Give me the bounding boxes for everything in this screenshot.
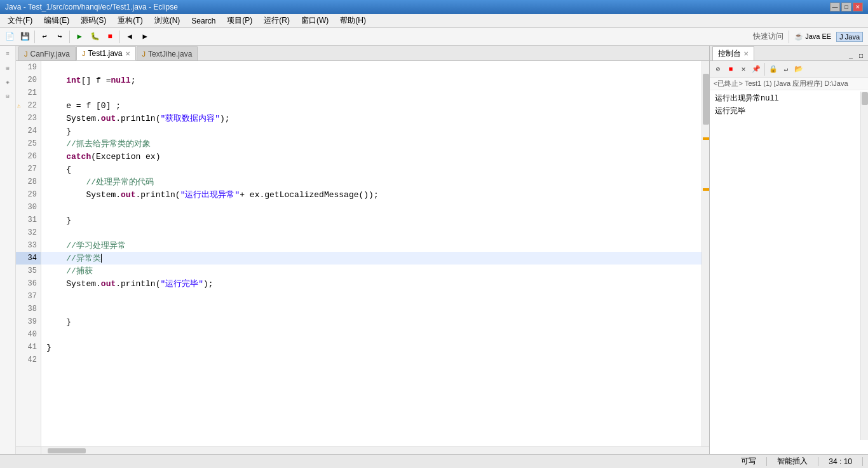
console-minimize[interactable]: _ (846, 52, 855, 60)
line-num-21: 21 (16, 86, 41, 99)
code-line-41: } (41, 341, 702, 354)
line-num-39: 39 (16, 315, 41, 328)
remove-console-button[interactable]: ✕ (738, 64, 749, 75)
code-content[interactable]: int [] f = null ; e = f [0] ; System.out… (41, 61, 702, 446)
clear-console-button[interactable]: ⊘ (712, 64, 724, 75)
minimize-button[interactable]: — (830, 3, 840, 11)
debug-button[interactable]: 🐛 (88, 30, 102, 44)
line-num-25: 25 (16, 137, 41, 150)
save-button[interactable]: 💾 (18, 30, 32, 44)
sidebar-icon-3[interactable]: ◈ (2, 76, 13, 88)
line-num-34: 34 (16, 252, 41, 265)
menu-window[interactable]: 窗口(W) (296, 14, 334, 27)
code-editor[interactable]: 19 20 21 ⚠ 22 23 24 25 26 27 28 29 30 31… (16, 61, 709, 446)
console-content[interactable]: 运行出现异常null 运行完毕 (710, 90, 868, 454)
new-button[interactable]: 📄 (3, 30, 17, 44)
tab-canfiy[interactable]: J CanFiy.java (18, 46, 76, 60)
con-sep-1 (764, 63, 765, 76)
perspective-java[interactable]: J Java (836, 32, 863, 42)
console-maximize[interactable]: □ (857, 52, 865, 60)
line-num-35: 35 (16, 265, 41, 277)
pin-console-button[interactable]: 📌 (750, 64, 762, 75)
menu-edit[interactable]: 编辑(E) (39, 14, 74, 27)
menu-navigate[interactable]: 浏览(N) (149, 14, 186, 27)
line-num-22: ⚠ 22 (16, 99, 41, 112)
status-sep-1 (766, 457, 767, 466)
status-sep-2 (818, 457, 818, 466)
perspective-javaee[interactable]: ☕ Java EE (794, 32, 831, 41)
undo-button[interactable]: ↩ (37, 30, 51, 44)
code-line-40 (41, 328, 702, 341)
menu-help[interactable]: 帮助(H) (335, 14, 371, 27)
prev-button[interactable]: ◀ (123, 30, 137, 44)
line-num-42: 42 (16, 354, 41, 366)
menu-run[interactable]: 运行(R) (259, 14, 295, 27)
stop-button[interactable]: ■ (103, 30, 117, 44)
line-num-41: 41 (16, 341, 41, 354)
code-line-26: catch(Exception ex) (41, 150, 702, 163)
code-line-38 (41, 303, 702, 315)
menu-bar: 文件(F) 编辑(E) 源码(S) 重构(T) 浏览(N) Search 项目(… (0, 14, 868, 28)
line-num-36: 36 (16, 277, 41, 290)
status-mode-text: 可写 (741, 456, 756, 467)
code-line-32 (41, 226, 702, 239)
sidebar-icon-1[interactable]: ≡ (2, 48, 13, 60)
code-line-27: { (41, 163, 702, 176)
console-scrollbar[interactable] (860, 92, 868, 440)
code-line-35: //捕获 (41, 265, 702, 277)
status-mode: 可写 (741, 456, 756, 467)
hscroll-thumb[interactable] (48, 448, 86, 453)
line-num-28: 28 (16, 176, 41, 188)
menu-file[interactable]: 文件(F) (3, 14, 37, 27)
redo-button[interactable]: ↪ (53, 30, 67, 44)
console-tab[interactable]: 控制台 ✕ (712, 46, 754, 60)
code-line-34: //异常类 (41, 252, 702, 265)
menu-project[interactable]: 项目(P) (222, 14, 257, 27)
horizontal-scrollbar[interactable] (16, 446, 709, 454)
toolbar-sep-1 (34, 31, 35, 43)
line-num-19: 19 (16, 61, 41, 74)
window-controls[interactable]: — □ ✕ (830, 3, 863, 11)
quick-access-label: 快速访问 (753, 31, 783, 42)
word-wrap-button[interactable]: ↵ (780, 64, 792, 75)
line-num-24: 24 (16, 125, 41, 137)
console-scroll-thumb[interactable] (862, 92, 868, 105)
scroll-marker-2 (703, 137, 709, 140)
line-num-37: 37 (16, 290, 41, 303)
toolbar-sep-3 (119, 31, 120, 43)
code-line-24: } (41, 125, 702, 137)
run-button[interactable]: ▶ (72, 30, 86, 44)
next-button[interactable]: ▶ (138, 30, 152, 44)
line-num-32: 32 (16, 226, 41, 239)
status-position-text: 34 : 10 (829, 457, 852, 466)
code-scrollbar[interactable] (702, 61, 709, 446)
hscroll-track[interactable] (41, 448, 709, 454)
scroll-thumb[interactable] (703, 74, 709, 125)
code-line-37 (41, 290, 702, 303)
scroll-lock-button[interactable]: 🔒 (768, 64, 779, 75)
code-line-36: System.out.println("运行完毕"); (41, 277, 702, 290)
code-line-21 (41, 86, 702, 99)
menu-search[interactable]: Search (186, 15, 220, 27)
line-num-33: 33 (16, 239, 41, 252)
console-tab-close[interactable]: ✕ (743, 50, 749, 57)
menu-source[interactable]: 源码(S) (76, 14, 111, 27)
tab-close-test1[interactable]: ✕ (125, 50, 130, 57)
sidebar-icon-2[interactable]: ⊞ (2, 62, 13, 74)
tab-test1[interactable]: J Test1.java ✕ (76, 46, 136, 60)
maximize-button[interactable]: □ (841, 3, 851, 11)
terminate-button[interactable]: ■ (725, 64, 736, 75)
sidebar-icon-4[interactable]: ⊟ (2, 90, 13, 102)
scroll-marker-3 (703, 188, 709, 191)
line-num-31: 31 (16, 214, 41, 226)
close-button[interactable]: ✕ (853, 3, 863, 11)
menu-refactor[interactable]: 重构(T) (112, 14, 147, 27)
console-tab-label: 控制台 (718, 48, 741, 59)
open-console-button[interactable]: 📂 (793, 64, 804, 75)
tab-icon-textjihe: J (142, 50, 146, 58)
line-num-23: 23 (16, 112, 41, 125)
console-text-2: 运行完毕 (715, 107, 745, 116)
console-line-2: 运行完毕 (715, 106, 863, 117)
tab-textjihe[interactable]: J TextJihe.java (137, 46, 198, 60)
code-line-30 (41, 201, 702, 214)
